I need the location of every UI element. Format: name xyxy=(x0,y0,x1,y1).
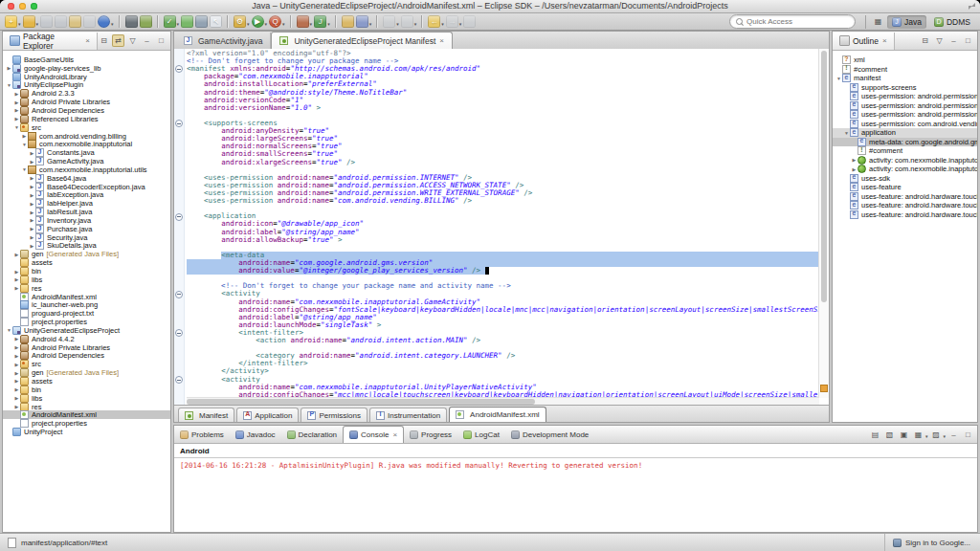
expand-arrow-icon[interactable]: ▶ xyxy=(13,285,20,291)
tree-item[interactable]: proguard-project.txt xyxy=(3,309,170,318)
collapse-arrow-icon[interactable]: ▼ xyxy=(6,82,12,88)
expand-arrow-icon[interactable]: ▶ xyxy=(13,336,20,342)
manifest-page-tab[interactable]: AndroidManifest.xml xyxy=(449,407,546,422)
tree-item[interactable]: ▶Purchase.java xyxy=(3,225,170,233)
expand-arrow-icon[interactable]: ▶ xyxy=(29,192,35,198)
tree-item[interactable]: uses-permission: android.permission.WRIT… xyxy=(833,110,977,120)
expand-arrow-icon[interactable]: ▶ xyxy=(21,133,28,139)
dropdown-arrow-icon[interactable]: ▾ xyxy=(265,21,268,27)
expand-arrow-icon[interactable]: ▶ xyxy=(13,353,20,359)
junit-icon[interactable]: J xyxy=(314,15,326,28)
minimize-icon[interactable]: – xyxy=(947,429,960,441)
view-menu-icon[interactable]: ▽ xyxy=(126,34,139,47)
console-view-tab[interactable]: Declaration xyxy=(281,427,343,443)
collapse-arrow-icon[interactable]: ▼ xyxy=(6,327,12,333)
expand-arrow-icon[interactable]: ▶ xyxy=(13,404,20,409)
brush-icon[interactable] xyxy=(356,15,368,28)
close-tab-icon[interactable]: × xyxy=(439,36,444,45)
dropdown-arrow-icon[interactable]: ▾ xyxy=(327,21,330,27)
expand-arrow-icon[interactable]: ▶ xyxy=(13,395,20,401)
collapse-arrow-icon[interactable]: ▼ xyxy=(21,142,28,147)
dropdown-arrow-icon[interactable]: ▾ xyxy=(943,433,946,439)
collapse-arrow-icon[interactable]: ▼ xyxy=(835,76,842,81)
dropdown-arrow-icon[interactable]: ▾ xyxy=(111,21,114,27)
expand-arrow-icon[interactable]: ▶ xyxy=(29,175,35,181)
new-java-project-icon[interactable] xyxy=(23,15,35,28)
tree-item[interactable]: ▶Android 4.4.2 xyxy=(3,335,170,343)
tree-item[interactable]: ▶gen[Generated Java Files] xyxy=(3,250,170,258)
close-tab-icon[interactable]: × xyxy=(392,430,397,439)
expand-arrow-icon[interactable]: ▶ xyxy=(13,362,20,367)
expand-arrow-icon[interactable]: ▶ xyxy=(13,116,20,121)
tree-item[interactable]: AndroidManifest.xml xyxy=(3,293,170,301)
tree-item[interactable]: project.properties xyxy=(3,419,170,428)
dropdown-arrow-icon[interactable]: ▾ xyxy=(396,21,399,27)
tree-item[interactable]: ▼com.nexxmobile.inapptutorial xyxy=(3,140,170,148)
save-all-icon[interactable] xyxy=(55,15,67,28)
code-line[interactable]: android:xlargeScreens="true" /> xyxy=(187,159,819,166)
tree-item[interactable]: ▶Base64.java xyxy=(3,174,170,183)
expand-arrow-icon[interactable]: ▶ xyxy=(29,201,35,207)
tree-item[interactable]: ▶res xyxy=(3,403,170,411)
tree-item[interactable]: ▶Android 2.3.3 xyxy=(3,89,170,98)
expand-arrow-icon[interactable]: ▶ xyxy=(29,243,35,249)
collapse-arrow-icon[interactable]: ▼ xyxy=(13,124,20,130)
collapse-fold-icon[interactable] xyxy=(175,120,183,127)
tree-item[interactable]: ▶SkuDetails.java xyxy=(3,242,170,251)
new-xml-file-icon[interactable]: ✓ xyxy=(164,15,176,28)
lint-icon[interactable] xyxy=(181,15,193,28)
dropdown-arrow-icon[interactable]: ▾ xyxy=(441,21,444,27)
device-capture-icon[interactable] xyxy=(195,15,208,28)
expand-arrow-icon[interactable]: ▶ xyxy=(13,344,20,350)
expand-arrow-icon[interactable]: ▶ xyxy=(13,378,20,384)
tree-item[interactable]: ▶Android Dependencies xyxy=(3,352,170,361)
console-view-tab[interactable]: Development Mode xyxy=(505,427,594,443)
tree-item[interactable]: ▶Constants.java xyxy=(3,148,170,157)
tree-item[interactable]: ▶activity: com.nexxmobile.inapptutorial.… xyxy=(833,165,977,174)
tree-item[interactable]: uses-feature: android.hardware.touchscre… xyxy=(833,201,977,210)
expand-arrow-icon[interactable]: ▶ xyxy=(13,252,20,257)
code-line[interactable]: <uses-permission android:name="com.andro… xyxy=(187,197,819,205)
expand-arrow-icon[interactable]: ▶ xyxy=(29,209,35,215)
tree-item[interactable]: ▼UnityGeneratedEclipseProject xyxy=(3,326,170,335)
expand-arrow-icon[interactable]: ▶ xyxy=(13,107,20,113)
code-line[interactable] xyxy=(187,205,819,212)
display-selected-console-icon[interactable]: ▦ xyxy=(912,429,924,441)
print-icon[interactable] xyxy=(83,15,96,28)
forward-icon[interactable]: → xyxy=(446,15,458,28)
dropdown-arrow-icon[interactable]: ▾ xyxy=(414,21,417,27)
avd-manager-icon[interactable] xyxy=(140,15,152,28)
tree-item[interactable]: meta-data: com.google.android.gms.versio… xyxy=(833,138,977,147)
maximize-icon[interactable]: □ xyxy=(962,429,974,441)
new-wizard-icon[interactable]: + xyxy=(5,15,17,28)
collapse-arrow-icon[interactable]: ▼ xyxy=(843,130,850,136)
tree-item[interactable]: ▶Inventory.java xyxy=(3,216,170,225)
clear-console-icon[interactable]: ▧ xyxy=(883,429,896,441)
manifest-page-tab[interactable]: Instrumentation xyxy=(369,408,447,422)
close-view-icon[interactable]: × xyxy=(85,36,90,45)
expand-arrow-icon[interactable]: ▶ xyxy=(29,217,35,223)
tree-item[interactable]: ▶src xyxy=(3,360,170,368)
expand-arrow-icon[interactable]: ▶ xyxy=(6,65,12,71)
dropdown-arrow-icon[interactable]: ▾ xyxy=(177,21,180,27)
profile-icon[interactable]: Q xyxy=(269,15,281,28)
tree-item[interactable]: ▼src xyxy=(3,123,170,132)
open-console-icon[interactable]: ▨ xyxy=(929,429,942,441)
dropdown-arrow-icon[interactable]: ▾ xyxy=(459,21,462,27)
expand-arrow-icon[interactable]: ▶ xyxy=(13,99,20,105)
console-view-tab[interactable]: Javadoc xyxy=(230,427,281,443)
code-line[interactable]: android:allowBackup="true" > xyxy=(187,236,819,244)
run-icon[interactable]: ▶ xyxy=(252,15,264,28)
code-line[interactable]: android:value="@integer/google_play_serv… xyxy=(187,267,819,275)
next-annotation-icon[interactable] xyxy=(401,15,413,28)
maximize-icon[interactable]: □ xyxy=(962,34,974,47)
tree-item[interactable]: ▶IabException.java xyxy=(3,191,170,200)
last-edit-location-icon[interactable] xyxy=(463,15,476,28)
tree-item[interactable]: ▶bin xyxy=(3,267,170,276)
collapse-arrow-icon[interactable]: ▼ xyxy=(21,166,28,172)
tree-item[interactable]: ▶IabHelper.java xyxy=(3,199,170,208)
tree-item[interactable]: project.properties xyxy=(3,318,170,326)
collapse-all-icon[interactable]: ⊟ xyxy=(98,34,110,47)
code-area[interactable]: <?xml version="1.0" encoding="utf-8"?><!… xyxy=(187,50,819,398)
quick-access-box[interactable] xyxy=(729,14,856,29)
